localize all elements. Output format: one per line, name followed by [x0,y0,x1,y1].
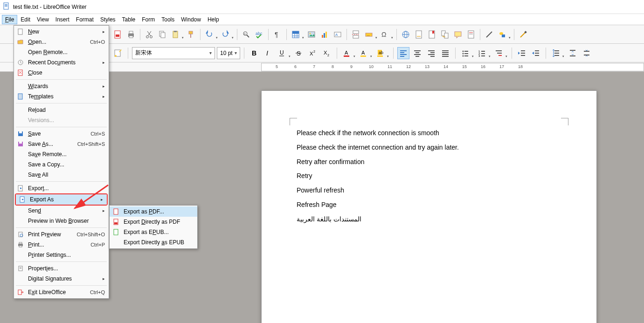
text-line-rtl[interactable]: المستندات باللغة العربية [297,212,561,227]
justify-icon[interactable] [439,47,451,59]
copy-icon[interactable] [156,28,168,41]
page[interactable]: Please check if the network connection i… [261,90,597,323]
superscript-icon[interactable]: X2 [307,47,319,59]
menu-preview-web[interactable]: Preview in Web Browser [14,216,109,226]
italic-icon[interactable]: I [262,47,274,59]
text-line[interactable]: Refresh Page [297,198,561,212]
pdf-export-icon[interactable] [112,28,124,41]
menu-save-copy[interactable]: Save a Copy... [14,159,109,170]
menu-export[interactable]: Export... [14,183,109,193]
comment-icon[interactable] [452,28,464,41]
menu-save[interactable]: SaveCtrl+S [14,129,109,139]
draw-functions-icon[interactable] [517,28,529,41]
text-line[interactable]: Retry after confirmation [297,155,561,169]
menu-printer-settings[interactable]: Printer Settings... [14,250,109,260]
page-break-icon[interactable] [350,28,362,41]
align-right-icon[interactable] [425,47,437,59]
find-replace-icon[interactable]: A [240,28,252,41]
cut-icon[interactable] [143,28,155,41]
text-line[interactable]: Please check if the network connection i… [297,126,561,140]
spellcheck-icon[interactable]: abc [253,28,265,41]
menu-open-remote[interactable]: Open Remote... [14,47,109,57]
submenu-export-pdf-direct[interactable]: Export Directly as PDF [110,217,197,227]
subscript-icon[interactable]: X2 [321,47,333,59]
menu-open[interactable]: Open...Ctrl+O [14,37,109,47]
decrease-indent-icon[interactable] [530,47,542,59]
menu-table[interactable]: Table [119,15,139,24]
menu-digital-signatures[interactable]: Digital Signatures▸ [14,274,109,284]
undo-icon[interactable] [203,28,215,41]
new-style-icon[interactable] [112,47,124,59]
print-icon[interactable] [125,28,137,41]
submenu-export-epub-direct[interactable]: Export Directly as EPUB [110,237,197,247]
menu-save-as[interactable]: Save As...Ctrl+Shift+S [14,139,109,149]
strikethrough-icon[interactable]: S [293,47,305,59]
bold-icon[interactable]: B [248,47,260,59]
menu-file[interactable]: File [2,15,17,24]
highlight-icon[interactable]: A [358,47,370,59]
page-content[interactable]: Please check if the network connection i… [262,91,596,261]
formatting-marks-icon[interactable]: ¶ [271,28,284,41]
footnote-icon[interactable] [413,28,425,41]
shapes-icon[interactable] [496,28,508,41]
menu-edit[interactable]: Edit [17,15,34,24]
font-color-icon[interactable]: A [341,47,353,59]
menu-close[interactable]: Close [14,68,109,78]
insert-field-icon[interactable]: ... [363,28,375,41]
outline-list-icon[interactable] [493,47,505,59]
insert-table-icon[interactable] [290,28,302,41]
text-line[interactable]: Powerful refresh [297,183,561,198]
menu-wizards[interactable]: Wizards▸ [14,81,109,91]
menu-view[interactable]: View [34,15,52,24]
menu-format[interactable]: Format [73,15,97,24]
menu-insert[interactable]: Insert [52,15,73,24]
cross-ref-icon[interactable] [439,28,451,41]
ruler-scale[interactable]: 5 6 7 8 9 10 11 12 13 14 15 16 17 18 [261,63,644,71]
insert-textbox-icon[interactable]: A [332,28,344,41]
menu-window[interactable]: Window [178,15,204,24]
line-spacing-icon[interactable] [550,47,562,59]
menu-save-all[interactable]: Save All [14,170,109,180]
clone-formatting-icon[interactable] [185,28,197,41]
decrease-spacing-icon[interactable] [581,47,593,59]
menu-save-remote[interactable]: Save Remote... [14,149,109,159]
menu-send[interactable]: Send▸ [14,206,109,216]
hyperlink-icon[interactable] [400,28,412,41]
text-line[interactable]: Please check the internet connection and… [297,140,561,155]
insert-chart-icon[interactable] [319,28,331,41]
menu-styles[interactable]: Styles [97,15,119,24]
font-size-combo[interactable]: 10 pt [217,47,240,59]
menu-reload[interactable]: Reload [14,105,109,115]
underline-icon[interactable]: U [276,47,288,59]
bookmark-icon[interactable] [426,28,438,41]
menu-new[interactable]: New▸ [14,27,109,37]
redo-icon[interactable] [219,28,231,41]
menu-export-as[interactable]: Export As▸ [16,194,107,205]
bullet-list-icon[interactable] [459,47,471,59]
menu-print[interactable]: Print...Ctrl+P [14,240,109,250]
menu-exit[interactable]: Exit LibreOfficeCtrl+Q [14,287,109,297]
increase-spacing-icon[interactable] [567,47,579,59]
menu-versions[interactable]: Versions... [14,115,109,125]
special-char-icon[interactable]: Ω [379,28,391,41]
number-list-icon[interactable]: 123 [476,47,488,59]
insert-image-icon[interactable] [305,28,318,41]
menu-tools[interactable]: Tools [158,15,178,24]
paste-icon[interactable] [169,28,181,41]
submenu-export-epub[interactable]: Export as EPUB... [110,227,197,237]
menu-print-preview[interactable]: Print PreviewCtrl+Shift+O [14,229,109,240]
char-highlight-icon[interactable]: ab [374,47,387,59]
menu-recent[interactable]: Recent Documents▸ [14,57,109,68]
submenu-export-pdf[interactable]: Export as PDF... [110,206,197,217]
menu-templates[interactable]: Templates▸ [14,91,109,102]
increase-indent-icon[interactable] [516,47,528,59]
text-line[interactable]: Retry [297,169,561,183]
menu-properties[interactable]: Properties... [14,263,109,274]
track-changes-icon[interactable] [465,28,477,41]
line-icon[interactable] [483,28,495,41]
menu-form[interactable]: Form [138,15,158,24]
menu-help[interactable]: Help [204,15,222,24]
align-left-icon[interactable] [397,47,409,59]
align-center-icon[interactable] [411,47,423,59]
font-name-combo[interactable]: 新宋体 [132,47,215,59]
